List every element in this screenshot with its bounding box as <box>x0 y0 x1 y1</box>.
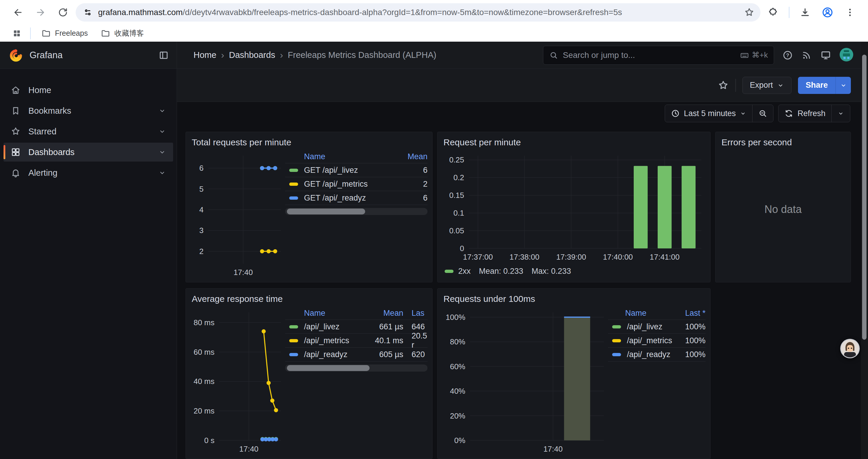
legend-row[interactable]: /api/_readyz 100% <box>608 348 706 362</box>
legend-row[interactable]: GET /api/_metrics 2 <box>285 177 428 191</box>
bookmark-label: 收藏博客 <box>114 28 144 38</box>
sidebar-item-dashboards[interactable]: Dashboards <box>4 143 173 162</box>
series-last: 646 <box>403 322 428 331</box>
browser-chrome: grafana.mathmast.com/d/deytv4rwavabkb/fr… <box>0 0 868 42</box>
chevron-down-icon[interactable] <box>158 148 166 156</box>
series-name: GET /api/_metrics <box>304 179 392 189</box>
legend-col-mean[interactable]: Mean <box>359 309 403 318</box>
url-bar[interactable]: grafana.mathmast.com/d/deytv4rwavabkb/fr… <box>75 3 761 22</box>
share-button-group: Share <box>798 77 851 94</box>
share-menu-button[interactable] <box>836 77 851 94</box>
favorite-star-icon[interactable] <box>718 80 729 91</box>
panel-title[interactable]: Total requests per minute <box>192 137 427 147</box>
legend-col-name[interactable]: Name <box>625 309 673 318</box>
svg-text:100%: 100% <box>446 313 466 322</box>
requests-under-100ms-chart[interactable]: 100%80%60%40%20%0%17:40 <box>443 307 608 454</box>
breadcrumb-home[interactable]: Home <box>193 50 216 60</box>
time-range-picker[interactable]: Last 5 minutes <box>665 105 752 122</box>
floating-assistant-avatar[interactable] <box>840 338 860 359</box>
site-info-icon[interactable] <box>83 7 93 18</box>
panel-title[interactable]: Errors per second <box>721 137 845 147</box>
sidebar-item-alerting[interactable]: Alerting <box>4 163 173 182</box>
back-button[interactable] <box>8 3 28 22</box>
user-avatar[interactable] <box>840 48 853 63</box>
bookmarks-divider <box>30 28 31 39</box>
extensions-puzzle-icon <box>768 7 778 18</box>
legend-scrollbar-thumb[interactable] <box>287 208 365 215</box>
sidebar-item-starred[interactable]: Starred <box>4 122 173 141</box>
zoom-out-button[interactable] <box>752 105 773 122</box>
series-swatch <box>612 325 621 328</box>
series-mean: Mean: 0.233 <box>479 267 523 276</box>
panel-title[interactable]: Request per minute <box>443 137 705 147</box>
reload-button[interactable] <box>53 3 73 22</box>
legend-header: Name Last * <box>608 307 706 320</box>
svg-text:17:37:00: 17:37:00 <box>463 253 493 261</box>
shortcut-text: ⌘+k <box>752 51 768 60</box>
refresh-interval-button[interactable] <box>831 105 850 122</box>
browser-toolbar: grafana.mathmast.com/d/deytv4rwavabkb/fr… <box>0 0 868 25</box>
legend-col-last[interactable]: Last * <box>673 309 706 318</box>
page-scrollbar-thumb[interactable] <box>862 55 867 340</box>
legend-scrollbar-thumb[interactable] <box>287 365 370 371</box>
legend-row[interactable]: GET /api/_livez 6 <box>285 163 428 177</box>
profile-button[interactable] <box>818 3 837 22</box>
chevron-down-icon[interactable] <box>158 107 166 114</box>
grafana-header: Grafana Home › Dashboards › Freeleaps Me… <box>0 42 868 69</box>
panel-title[interactable]: Requests under 100ms <box>443 294 705 304</box>
series-name: /api/_readyz <box>304 350 359 359</box>
legend-row[interactable]: /api/_livez 100% <box>608 320 706 334</box>
svg-text:0: 0 <box>460 244 464 253</box>
legend-row[interactable]: /api/_readyz 605 µs 620 <box>285 348 428 362</box>
request-per-minute-chart[interactable]: 0.250.20.150.10.05017:37:0017:38:0017:39… <box>443 150 706 262</box>
sidebar-item-bookmarks[interactable]: Bookmarks <box>4 101 173 120</box>
share-button[interactable]: Share <box>798 77 836 94</box>
export-label: Export <box>750 80 773 90</box>
series-swatch <box>289 339 298 342</box>
search-shortcut: ⌘+k <box>740 51 768 60</box>
legend-row[interactable]: GET /api/_readyz 6 <box>285 191 428 205</box>
chevron-down-icon[interactable] <box>158 169 166 177</box>
breadcrumb-dashboards[interactable]: Dashboards <box>229 50 275 60</box>
legend-col-name[interactable]: Name <box>304 152 392 161</box>
bookmark-folder-blogs[interactable]: 收藏博客 <box>95 26 149 40</box>
legend-scrollbar[interactable] <box>285 364 428 371</box>
export-button[interactable]: Export <box>742 77 792 94</box>
extensions-button[interactable] <box>764 3 783 22</box>
kiosk-mode-button[interactable] <box>820 50 831 61</box>
page-scrollbar[interactable] <box>861 42 868 459</box>
series-last: 620 <box>403 350 428 359</box>
news-button[interactable] <box>801 50 812 61</box>
browser-menu-button[interactable] <box>840 3 860 22</box>
panel-title[interactable]: Average response time <box>192 294 427 304</box>
help-button[interactable]: ? <box>782 50 793 61</box>
dock-menu-icon[interactable] <box>158 50 169 61</box>
bookmark-folder-freeleaps[interactable]: Freeleaps <box>36 26 93 40</box>
series-swatch <box>289 196 298 200</box>
back-arrow-icon <box>13 7 23 18</box>
legend-footer[interactable]: 2xx Mean: 0.233 Max: 0.233 <box>445 267 705 276</box>
legend-scrollbar[interactable] <box>285 208 428 215</box>
legend-row[interactable]: /api/_metrics 100% <box>608 334 706 348</box>
legend-col-name[interactable]: Name <box>304 309 359 318</box>
refresh-button[interactable]: Refresh <box>778 105 831 122</box>
chevron-down-icon[interactable] <box>158 128 166 135</box>
svg-text:60 ms: 60 ms <box>193 348 215 357</box>
kebab-menu-icon <box>845 7 855 18</box>
sidebar-item-home[interactable]: Home <box>4 80 173 100</box>
legend-row[interactable]: /api/_metrics 40.1 ms 20.5 r <box>285 334 428 348</box>
total-requests-chart[interactable]: 6543217:40 <box>191 150 285 277</box>
average-response-time-chart[interactable]: 80 ms60 ms40 ms20 ms0 s17:40 <box>191 307 285 454</box>
forward-button[interactable] <box>31 3 50 22</box>
search-input[interactable]: Search or jump to... ⌘+k <box>543 46 774 65</box>
panel-total-requests: Total requests per minute 6543217:40 Nam… <box>186 132 433 282</box>
series-name: 2xx <box>458 267 471 276</box>
downloads-button[interactable] <box>795 3 815 22</box>
apps-grid-button[interactable] <box>9 25 25 41</box>
series-name: /api/_readyz <box>627 350 673 359</box>
bookmark-star-icon[interactable] <box>744 7 754 18</box>
svg-text:40 ms: 40 ms <box>193 377 215 386</box>
panel-errors-per-second: Errors per second No data <box>715 132 851 282</box>
legend-col-mean[interactable]: Mean <box>392 152 428 161</box>
legend-col-last[interactable]: Las <box>403 309 428 318</box>
